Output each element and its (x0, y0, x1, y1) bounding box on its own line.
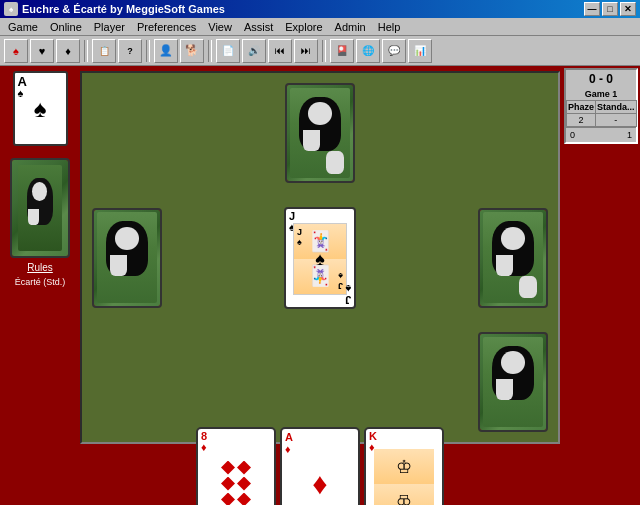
menu-help[interactable]: Help (372, 18, 407, 35)
game-label: Game 1 (566, 88, 636, 100)
toolbar-btn-15[interactable]: 📊 (408, 39, 432, 63)
center-played-card: J ♠ 🃏 🃏 J♠ J♠ ♠ J ♠ (284, 207, 356, 309)
window-title: Euchre & Écarté by MeggieSoft Games (22, 3, 225, 15)
pip-6 (237, 493, 251, 506)
score-bottom-val1: 0 (570, 130, 575, 140)
ace-center-pip: ♠ (34, 95, 47, 123)
menu-admin[interactable]: Admin (329, 18, 372, 35)
toolbar-btn-13[interactable]: 🌐 (356, 39, 380, 63)
jack-rank-br: J ♠ (345, 283, 351, 305)
toolbar-sep-4 (322, 40, 326, 62)
toolbar-btn-2[interactable]: ♥ (30, 39, 54, 63)
menu-assist[interactable]: Assist (238, 18, 279, 35)
app-icon: ♠ (4, 2, 18, 16)
toolbar-btn-6[interactable]: 👤 (154, 39, 178, 63)
toolbar-sep-2 (146, 40, 150, 62)
pip-1 (221, 461, 235, 475)
toolbar-btn-4[interactable]: 📋 (92, 39, 116, 63)
toolbar-btn-11[interactable]: ⏭ (294, 39, 318, 63)
maximize-button[interactable]: □ (602, 2, 618, 16)
score-table: Phaze Standa... 2 - (566, 100, 637, 127)
dog-photo-left (94, 210, 160, 306)
jack-face-art: 🃏 🃏 J♠ J♠ ♠ (286, 209, 354, 307)
pip-4 (237, 477, 251, 491)
menu-online[interactable]: Online (44, 18, 88, 35)
pip-3 (221, 477, 235, 491)
ace-center-diamond: ♦ (312, 467, 327, 501)
hand-card-8-diamonds[interactable]: 8 ♦ 8 ♦ (196, 427, 276, 506)
bottom-right-opponent-card (478, 332, 548, 432)
toolbar-btn-7[interactable]: 🐕 (180, 39, 204, 63)
dog-photo-bottom-right (480, 334, 546, 430)
toolbar-btn-3[interactable]: ♦ (56, 39, 80, 63)
ecarte-label: Écarté (Std.) (15, 277, 66, 287)
toolbar-sep-1 (84, 40, 88, 62)
menu-player[interactable]: Player (88, 18, 131, 35)
toolbar-btn-10[interactable]: ⏮ (268, 39, 292, 63)
toolbar-btn-8[interactable]: 📄 (216, 39, 240, 63)
eight-pips (221, 447, 251, 506)
toolbar-btn-5[interactable]: ? (118, 39, 142, 63)
score-row1-val1: 2 (567, 114, 596, 127)
score-display: 0 - 0 (566, 70, 636, 88)
score-row1-val2: - (596, 114, 637, 127)
hand-card-king-diamonds[interactable]: K ♦ ♔ ♔ K ♦ (364, 427, 444, 506)
title-bar-left: ♠ Euchre & Écarté by MeggieSoft Games (4, 2, 225, 16)
dog-photo-right (480, 210, 546, 306)
menu-view[interactable]: View (202, 18, 238, 35)
right-opponent-card (478, 208, 548, 308)
dog-card-left-panel (10, 158, 70, 258)
dog-photo-top (287, 85, 353, 181)
hand-area: 8 ♦ 8 ♦ A ♦ ♦ A ♦ K (0, 449, 640, 505)
toolbar-btn-12[interactable]: 🎴 (330, 39, 354, 63)
pip-5 (221, 493, 235, 506)
toolbar: ♠ ♥ ♦ 📋 ? 👤 🐕 📄 🔊 ⏮ ⏭ 🎴 🌐 💬 📊 (0, 36, 640, 66)
minimize-button[interactable]: — (584, 2, 600, 16)
ace-of-spades-card: A ♠ ♠ (13, 71, 68, 146)
ace-suit: ♠ (18, 88, 24, 99)
rules-link[interactable]: Rules (27, 262, 53, 273)
close-button[interactable]: ✕ (620, 2, 636, 16)
title-bar-buttons: — □ ✕ (584, 2, 636, 16)
king-face-art: ♔ ♔ (374, 449, 434, 505)
left-panel: A ♠ ♠ Rules Écarté (Std.) (0, 66, 80, 449)
game-table: J ♠ 🃏 🃏 J♠ J♠ ♠ J ♠ (80, 71, 560, 444)
pip-2 (237, 461, 251, 475)
dog-photo-1 (12, 160, 68, 256)
new-game-button[interactable]: ♠ (4, 39, 28, 63)
score-panel: 0 - 0 Game 1 Phaze Standa... 2 - 0 1 (564, 68, 638, 144)
hand-card-ace-diamonds[interactable]: A ♦ ♦ A ♦ (280, 427, 360, 506)
eight-rank-tl: 8 ♦ (201, 431, 207, 453)
top-opponent-card (285, 83, 355, 183)
menu-preferences[interactable]: Preferences (131, 18, 202, 35)
menu-explore[interactable]: Explore (279, 18, 328, 35)
menu-bar: Game Online Player Preferences View Assi… (0, 18, 640, 36)
score-col1-header: Phaze (567, 101, 596, 114)
title-bar: ♠ Euchre & Écarté by MeggieSoft Games — … (0, 0, 640, 18)
toolbar-btn-9[interactable]: 🔊 (242, 39, 266, 63)
score-col2-header: Standa... (596, 101, 637, 114)
right-panel: 0 - 0 Game 1 Phaze Standa... 2 - 0 1 (560, 66, 640, 449)
toolbar-btn-14[interactable]: 💬 (382, 39, 406, 63)
score-bottom-val2: 1 (627, 130, 632, 140)
left-opponent-card (92, 208, 162, 308)
toolbar-sep-3 (208, 40, 212, 62)
game-window: A ♠ ♠ Rules Écarté (Std.) (0, 66, 640, 449)
menu-game[interactable]: Game (2, 18, 44, 35)
ace-rank-tl: A ♦ (285, 431, 293, 455)
